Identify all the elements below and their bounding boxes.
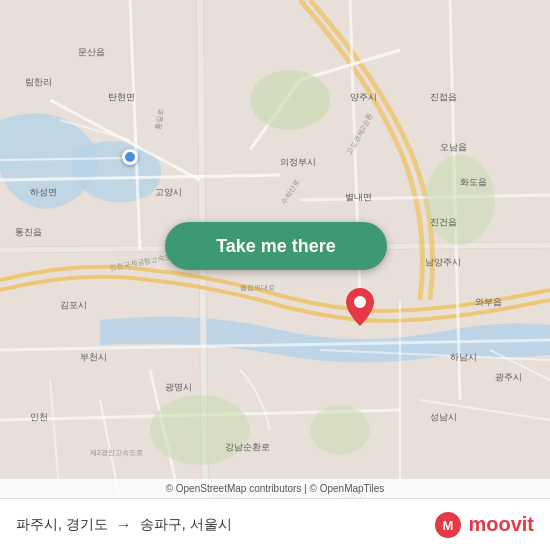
attribution-bar: © OpenStreetMap contributors | © OpenMap… bbox=[0, 479, 550, 498]
arrow-icon: → bbox=[116, 516, 132, 534]
origin-marker bbox=[122, 149, 138, 165]
take-me-there-button[interactable]: Take me there bbox=[165, 222, 387, 270]
route-info: 파주시, 경기도 → 송파구, 서울시 bbox=[16, 516, 232, 534]
svg-point-2 bbox=[150, 395, 250, 465]
svg-text:고양시: 고양시 bbox=[155, 187, 182, 197]
svg-point-1 bbox=[425, 155, 495, 245]
moovit-logo: M moovit bbox=[434, 511, 534, 539]
svg-text:림한리: 림한리 bbox=[25, 77, 52, 87]
svg-text:올림픽대로: 올림픽대로 bbox=[240, 284, 275, 292]
svg-text:부천시: 부천시 bbox=[80, 352, 107, 362]
svg-point-36 bbox=[354, 296, 366, 308]
svg-text:와부읍: 와부읍 bbox=[475, 297, 502, 307]
attribution-text: © OpenStreetMap contributors | © OpenMap… bbox=[166, 483, 385, 494]
svg-text:진접읍: 진접읍 bbox=[430, 92, 457, 102]
map-container: 림한리 문산읍 탄현면 하성면 통진읍 고양시 김포시 의정부시 양주시 별내면… bbox=[0, 0, 550, 550]
moovit-logo-icon: M bbox=[434, 511, 462, 539]
origin-label: 파주시, 경기도 bbox=[16, 516, 108, 534]
svg-text:고도권제2순환: 고도권제2순환 bbox=[345, 112, 374, 155]
svg-text:의정부시: 의정부시 bbox=[280, 157, 316, 167]
svg-text:수락산로: 수락산로 bbox=[280, 178, 301, 206]
svg-text:오남읍: 오남읍 bbox=[440, 142, 467, 152]
svg-text:탄현면: 탄현면 bbox=[108, 92, 135, 102]
svg-text:강남순환로: 강남순환로 bbox=[225, 442, 270, 452]
svg-text:성남시: 성남시 bbox=[430, 412, 457, 422]
svg-text:인천: 인천 bbox=[30, 412, 48, 422]
map-roads-overlay: 림한리 문산읍 탄현면 하성면 통진읍 고양시 김포시 의정부시 양주시 별내면… bbox=[0, 0, 550, 550]
svg-text:문산읍: 문산읍 bbox=[78, 47, 105, 57]
svg-text:하성면: 하성면 bbox=[30, 187, 57, 197]
svg-text:하남시: 하남시 bbox=[450, 352, 477, 362]
svg-text:남양주시: 남양주시 bbox=[425, 257, 461, 267]
destination-label: 송파구, 서울시 bbox=[140, 516, 232, 534]
svg-text:M: M bbox=[443, 518, 454, 533]
svg-text:제2경인고속도로: 제2경인고속도로 bbox=[90, 449, 143, 457]
svg-text:진건읍: 진건읍 bbox=[430, 217, 457, 227]
bottom-bar: 파주시, 경기도 → 송파구, 서울시 M moovit bbox=[0, 498, 550, 550]
svg-text:광주시: 광주시 bbox=[495, 372, 522, 382]
svg-text:광명시: 광명시 bbox=[165, 382, 192, 392]
svg-text:김포시: 김포시 bbox=[60, 300, 87, 310]
svg-text:화도읍: 화도읍 bbox=[460, 177, 487, 187]
svg-point-0 bbox=[250, 70, 330, 130]
svg-point-3 bbox=[310, 405, 370, 455]
svg-text:별내면: 별내면 bbox=[345, 192, 372, 202]
destination-marker bbox=[346, 288, 374, 330]
svg-text:양주시: 양주시 bbox=[350, 92, 377, 102]
svg-text:통일로: 통일로 bbox=[154, 108, 166, 130]
svg-text:통진읍: 통진읍 bbox=[15, 227, 42, 237]
moovit-logo-text: moovit bbox=[468, 513, 534, 536]
